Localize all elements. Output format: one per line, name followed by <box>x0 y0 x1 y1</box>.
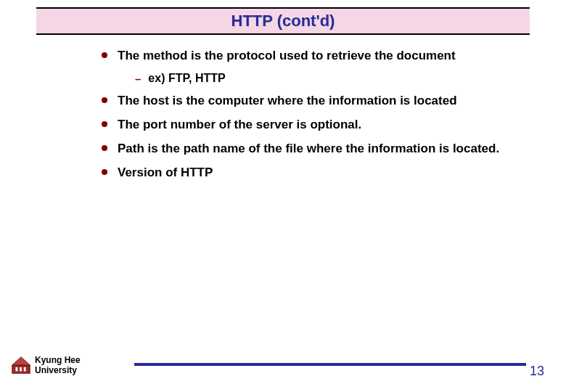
svg-rect-4 <box>24 367 26 372</box>
bullet-text: Path is the path name of the file where … <box>118 141 499 158</box>
bullet-icon <box>102 145 107 151</box>
bullet-icon <box>102 97 107 103</box>
svg-marker-1 <box>12 357 30 365</box>
university-name: Kyung Hee University <box>35 356 81 376</box>
list-item: Version of HTTP <box>102 165 522 181</box>
list-item: Path is the path name of the file where … <box>102 141 522 158</box>
bullet-text: The host is the computer where the infor… <box>118 93 457 110</box>
slide-content: The method is the protocol used to retri… <box>102 48 522 181</box>
slide-footer: Kyung Hee University 13 <box>0 347 566 376</box>
bullet-text: The method is the protocol used to retri… <box>118 48 456 65</box>
sub-bullet-text: ex) FTP, HTTP <box>148 72 225 85</box>
university-logo-icon <box>10 354 32 376</box>
list-item: The method is the protocol used to retri… <box>102 48 522 65</box>
university-line2: University <box>35 365 77 375</box>
svg-rect-2 <box>16 367 18 372</box>
bullet-text: The port number of the server is optiona… <box>118 117 361 134</box>
footer-divider <box>134 363 526 366</box>
list-item: The port number of the server is optiona… <box>102 117 522 134</box>
bullet-text: Version of HTTP <box>118 165 213 181</box>
list-item: The host is the computer where the infor… <box>102 93 522 110</box>
university-line1: Kyung Hee <box>35 355 81 365</box>
page-number: 13 <box>530 364 544 379</box>
svg-rect-3 <box>20 367 22 372</box>
bullet-icon <box>102 52 107 58</box>
bullet-icon <box>102 169 107 175</box>
sub-list-item: – ex) FTP, HTTP <box>135 72 522 86</box>
dash-icon: – <box>135 72 141 86</box>
bullet-icon <box>102 121 107 127</box>
slide-title-bar: HTTP (cont'd) <box>36 7 530 35</box>
slide-title: HTTP (cont'd) <box>231 12 335 30</box>
